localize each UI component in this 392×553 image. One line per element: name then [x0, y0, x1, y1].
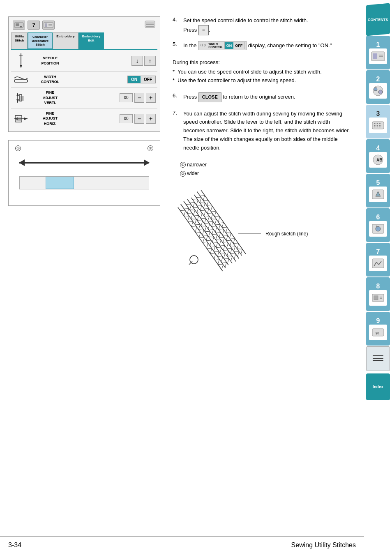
- sketch-caption-area: Rough sketch (line): [238, 230, 308, 238]
- sidebar-tab-1[interactable]: 1: [366, 36, 390, 69]
- svg-rect-20: [374, 296, 378, 300]
- width-on-off[interactable]: ON OFF: [127, 76, 156, 83]
- footer-title: Sewing Utility Stitches: [291, 541, 356, 549]
- tab-utility-stitch[interactable]: UtilityStitch: [11, 32, 28, 49]
- step7-num: 7.: [173, 110, 180, 116]
- tab9-icon: 9!: [369, 325, 387, 340]
- sidebar-tab-8[interactable]: 8: [366, 277, 390, 311]
- step6-content: Press CLOSE to return to the original sc…: [183, 92, 352, 102]
- ui-panel: ? UtilityStitch CharacterDecorativeStitc…: [8, 16, 160, 132]
- sketch-area: Rough sketch (line): [173, 187, 296, 281]
- index-label: Index: [373, 385, 383, 389]
- slider-handle[interactable]: [46, 177, 74, 189]
- step-5: 5. In the ⌇⌇⌇⌇ WIDTHCONTROL ON OFF displ…: [173, 41, 352, 50]
- tab1-icon: [369, 48, 387, 64]
- tab6-icon: [369, 221, 387, 237]
- needle-position-row: NEEDLEPOSITION ↓ ↑: [11, 50, 157, 72]
- svg-line-61: [184, 201, 228, 265]
- svg-point-16: [376, 226, 380, 231]
- during-heading: During this process:: [173, 59, 352, 65]
- sidebar-tab-9[interactable]: 9 9!: [366, 312, 390, 346]
- svg-marker-40: [20, 65, 22, 68]
- wider-text: wider: [187, 171, 199, 176]
- sketch-caption: Rough sketch (line): [265, 231, 308, 237]
- tab7-num: 7: [376, 248, 380, 256]
- width-control-buttons: ON OFF: [127, 76, 156, 83]
- right-sidebar: CONTENTS 1 2 3 4 AB 5 6: [364, 0, 392, 553]
- wider-label: ② wider: [180, 169, 352, 178]
- needle-down-btn[interactable]: ↓: [131, 56, 143, 66]
- step5-content: In the ⌇⌇⌇⌇ WIDTHCONTROL ON OFF display,…: [183, 41, 352, 50]
- fine-vert-controls: 00 − +: [120, 93, 156, 103]
- sidebar-tab-4[interactable]: 4 AB: [366, 139, 390, 173]
- sidebar-tab-contents[interactable]: CONTENTS: [366, 3, 390, 36]
- fine-horiz-plus[interactable]: +: [146, 114, 156, 124]
- tab3-num: 3: [376, 110, 380, 118]
- tab-embroidery[interactable]: Embroidery: [53, 32, 78, 49]
- fine-horiz-label: FINEADJUSTHORIZ.: [32, 111, 69, 127]
- main-content: ? UtilityStitch CharacterDecorativeStitc…: [0, 0, 364, 553]
- needle-icon: [13, 53, 29, 69]
- fine-adjust-vert-row: FINEADJUSTVERTI. 00 − +: [11, 88, 157, 108]
- fine-vert-plus[interactable]: +: [146, 93, 156, 103]
- needle-position-label: NEEDLEPOSITION: [32, 55, 69, 66]
- sidebar-tab-index[interactable]: Index: [366, 373, 390, 400]
- footer-page-num: 3-34: [8, 541, 21, 549]
- width-control-label: WIDTHCONTROL: [32, 74, 69, 85]
- fine-adjust-horiz-row: FINEADJUSTHORIZ. 00 − +: [11, 108, 157, 129]
- width-control-row: WIDTHCONTROL ON OFF: [11, 72, 157, 88]
- width-on-btn[interactable]: ON: [128, 76, 141, 83]
- svg-line-62: [187, 199, 232, 263]
- panel-icon-menu[interactable]: [144, 20, 156, 30]
- slider-track[interactable]: [19, 176, 149, 189]
- diagram-label-2: ②: [148, 145, 153, 151]
- sidebar-tab-6[interactable]: 6: [366, 208, 390, 242]
- width-off-btn[interactable]: OFF: [141, 76, 155, 83]
- sidebar-tab-3[interactable]: 3: [366, 105, 390, 138]
- tab5-num: 5: [376, 179, 380, 187]
- svg-text:AB: AB: [376, 158, 382, 162]
- svg-marker-45: [16, 93, 19, 96]
- bullet-1: You can use the speed control slide to a…: [173, 68, 352, 76]
- close-btn[interactable]: CLOSE: [198, 92, 221, 102]
- sidebar-tab-5[interactable]: 5: [366, 174, 390, 207]
- contents-label: CONTENTS: [368, 18, 388, 22]
- panel-top-icons: ?: [11, 19, 157, 31]
- fine-vert-icon: [13, 92, 29, 104]
- tab3-icon: [369, 118, 387, 133]
- circle-1: ①: [180, 162, 186, 168]
- step4-btn[interactable]: ≡: [198, 25, 209, 35]
- step7-content: You can adjust the stitch width during s…: [183, 110, 352, 152]
- panel-icon-pattern[interactable]: [42, 21, 55, 30]
- sidebar-list-tab[interactable]: [366, 346, 390, 371]
- tab8-icon: [369, 290, 387, 306]
- svg-rect-29: [16, 23, 19, 26]
- fine-vert-minus[interactable]: −: [134, 93, 144, 103]
- panel-tabs: UtilityStitch CharacterDecorativeStitch …: [11, 32, 157, 50]
- svg-line-64: [194, 195, 239, 259]
- tab-embroidery-edit[interactable]: EmbroideryEdit: [78, 32, 104, 49]
- fine-vert-label: FINEADJUSTVERTI.: [32, 90, 69, 106]
- sidebar-tab-7[interactable]: 7: [366, 243, 390, 276]
- fine-horiz-minus[interactable]: −: [134, 114, 144, 124]
- svg-rect-32: [45, 23, 47, 27]
- svg-marker-53: [24, 118, 28, 120]
- svg-rect-35: [145, 21, 155, 28]
- step5-display: ⌇⌇⌇⌇ WIDTHCONTROL ON OFF: [198, 41, 247, 50]
- step5-num: 5.: [173, 41, 180, 47]
- tab2-num: 2: [376, 76, 380, 83]
- needle-up-btn[interactable]: ↑: [144, 56, 156, 66]
- tab-character-decorative[interactable]: CharacterDecorativeStitch: [28, 32, 53, 49]
- step-4: 4. Set the speed control slide to contro…: [173, 16, 352, 35]
- step-6: 6. Press CLOSE to return to the original…: [173, 92, 352, 102]
- panel-icon-machine[interactable]: [13, 21, 25, 30]
- narrower-label: ① narrower: [180, 161, 352, 170]
- sidebar-tab-2[interactable]: 2: [366, 70, 390, 104]
- tab8-num: 8: [376, 283, 380, 290]
- bullet-list: You can use the speed control slide to a…: [173, 68, 352, 85]
- panel-icon-help[interactable]: ?: [28, 21, 40, 30]
- svg-marker-44: [16, 99, 19, 103]
- svg-line-63: [191, 198, 236, 262]
- left-column: ? UtilityStitch CharacterDecorativeStitc…: [8, 16, 160, 281]
- fine-horiz-controls: 00 − +: [120, 114, 156, 124]
